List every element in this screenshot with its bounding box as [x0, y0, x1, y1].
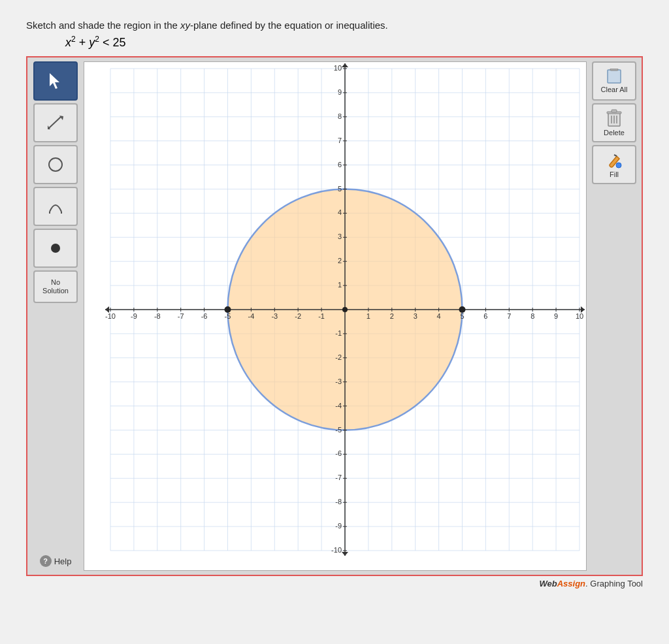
webassign-footer: WebAssign. Graphing Tool [26, 579, 643, 588]
delete-button[interactable]: Delete [592, 103, 636, 142]
graph-canvas [84, 62, 586, 570]
svg-marker-0 [50, 73, 59, 89]
graph-area[interactable] [84, 61, 587, 571]
clear-all-button[interactable]: Clear All [592, 61, 636, 101]
instruction-text: Sketch and shade the region in the xy-pl… [26, 20, 643, 31]
point-tool-button[interactable] [33, 229, 78, 268]
help-button[interactable]: ? Help [40, 550, 72, 571]
select-tool-button[interactable] [33, 61, 78, 101]
svg-line-1 [49, 117, 61, 128]
svg-rect-15 [612, 110, 617, 112]
svg-rect-8 [608, 70, 621, 83]
brand-assign: Assign [557, 579, 585, 588]
brand-web: Web [540, 579, 557, 588]
help-icon: ? [40, 555, 52, 567]
fill-label: Fill [610, 170, 619, 178]
svg-point-16 [616, 163, 621, 168]
parabola-tool-button[interactable] [33, 187, 78, 226]
footer-suffix: . Graphing Tool [585, 579, 643, 588]
graphing-tool: NoSolution ? Help Clear All [26, 56, 643, 576]
svg-point-4 [49, 158, 62, 171]
clear-all-label: Clear All [601, 86, 628, 93]
right-toolbar: Clear All Delete [591, 61, 638, 571]
circle-tool-button[interactable] [33, 145, 78, 184]
help-label: Help [54, 556, 72, 566]
equation-display: x2 + y2 < 25 [65, 35, 643, 50]
svg-point-7 [51, 244, 60, 253]
svg-rect-9 [610, 69, 618, 71]
delete-label: Delete [604, 129, 625, 137]
left-toolbar: NoSolution ? Help [31, 61, 80, 571]
line-tool-button[interactable] [33, 103, 78, 142]
page-container: Sketch and shade the region in the xy-pl… [13, 13, 656, 595]
fill-button[interactable]: Fill [592, 145, 636, 184]
no-solution-label: NoSolution [42, 278, 69, 295]
no-solution-button[interactable]: NoSolution [33, 270, 78, 303]
